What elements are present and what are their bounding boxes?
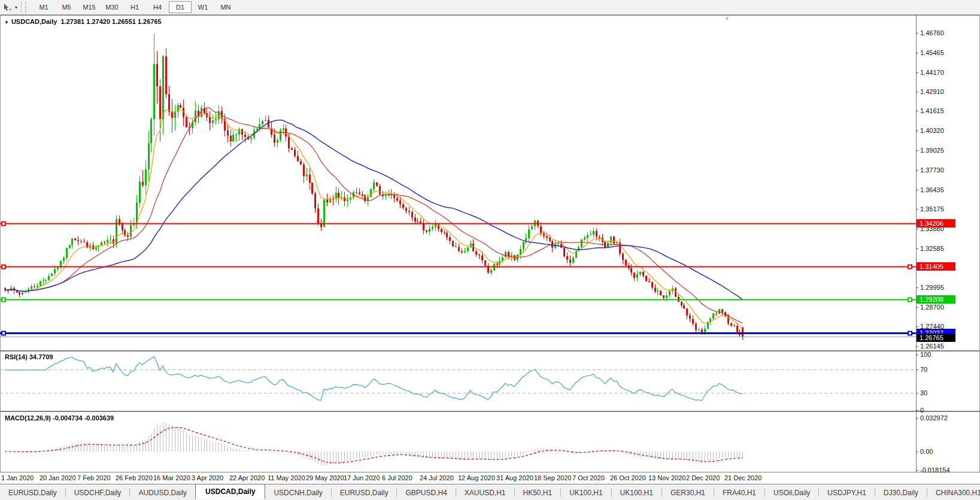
price-axis-label: 1.35175 — [920, 205, 977, 213]
date-axis-label: 18 Sep 2020 — [534, 474, 571, 481]
rsi-axis-label: 0 — [920, 407, 977, 414]
date-axis-label: 26 Feb 2020 — [116, 474, 153, 481]
rsi-axis-label: 70 — [920, 366, 977, 373]
price-axis-label: 1.41615 — [920, 107, 977, 114]
macd-axis-tick — [916, 418, 918, 419]
price-axis-tick — [916, 92, 918, 92]
price-axis-label: 1.42910 — [920, 88, 977, 95]
date-axis-label: 17 Jun 2020 — [344, 474, 380, 481]
timeframe-toolbar: ▾ M1M5M15M30H1H4D1W1MN — [0, 0, 980, 15]
price-axis-label: 1.39025 — [920, 147, 977, 154]
chart-tab-dj30-daily[interactable]: DJ30,Daily — [875, 486, 927, 499]
price-axis-tick — [916, 229, 918, 229]
rsi-axis-label: 100 — [920, 351, 977, 358]
price-axis-label: 1.37730 — [920, 166, 977, 174]
rsi-axis-tick — [916, 354, 918, 355]
rsi-indicator-canvas[interactable] — [0, 351, 916, 411]
price-axis-label: 1.29995 — [920, 284, 977, 291]
hline-price-badge: 1.31405 — [917, 262, 955, 271]
panel-splitter-macd[interactable] — [0, 411, 980, 412]
chart-tab-audusd-daily[interactable]: AUDUSD,Daily — [130, 486, 195, 499]
price-axis-label: 1.32585 — [920, 245, 977, 252]
price-axis-tick — [916, 53, 918, 53]
chart-tab-fra40-h1[interactable]: FRA40,H1 — [714, 486, 764, 499]
hline-price-badge: 1.34206 — [917, 219, 955, 228]
price-axis-tick — [916, 150, 918, 151]
date-axis-label: 7 Feb 2020 — [77, 474, 111, 481]
price-axis-tick — [916, 170, 918, 171]
date-axis-label: 11 May 2020 — [268, 474, 305, 481]
date-axis-label: 31 Aug 2020 — [496, 474, 533, 481]
chart-tab-xauusd-h1[interactable]: XAUUSD,H1 — [456, 486, 514, 499]
timeframe-button-h1[interactable]: H1 — [123, 1, 146, 13]
chart-tab-eurusd-daily[interactable]: EURUSD,Daily — [0, 486, 65, 499]
date-axis-label: 1 Jan 2020 — [1, 474, 34, 481]
price-axis-label: 1.36435 — [920, 186, 977, 193]
price-axis-tick — [916, 33, 918, 34]
price-axis-tick — [916, 209, 918, 210]
macd-axis-label: 0.032972 — [920, 414, 977, 422]
price-axis-border — [916, 15, 917, 472]
ohlc-close: 1.26765 — [138, 18, 162, 25]
rsi-axis-tick — [916, 393, 918, 393]
crosshair-cursor-icon — [2, 2, 13, 12]
rsi-axis-tick — [916, 369, 918, 370]
cursor-tool-button[interactable]: ▾ — [0, 0, 20, 14]
chart-tab-uk100-h1[interactable]: UK100,H1 — [561, 486, 611, 499]
timeframe-button-m1[interactable]: M1 — [32, 1, 55, 13]
price-axis-tick — [916, 190, 918, 190]
chart-tab-hk50-h1[interactable]: HK50,H1 — [515, 486, 561, 499]
timeframe-button-m30[interactable]: M30 — [101, 1, 123, 13]
chart-tab-uk100-h1[interactable]: UK100,H1 — [612, 486, 662, 499]
chart-tab-usdcad-daily[interactable]: USDCAD,Daily — [195, 484, 265, 499]
ohlc-high: 1.27420 — [86, 18, 110, 25]
price-axis-tick — [916, 346, 918, 347]
date-axis-label: 29 May 2020 — [306, 474, 344, 481]
toolbar-separator — [21, 1, 22, 13]
price-axis-tick — [916, 326, 918, 327]
chart-tab-gbpusd-h4[interactable]: GBPUSD,H4 — [397, 486, 455, 499]
chart-title-arrow-icon: ▼ — [4, 20, 9, 25]
date-axis-label: 12 Aug 2020 — [458, 474, 495, 481]
date-axis-label: 24 Jul 2020 — [420, 474, 454, 481]
chart-tab-usdchf-daily[interactable]: USDCHF,Daily — [66, 486, 130, 499]
price-axis-tick — [916, 307, 918, 308]
macd-axis-tick — [916, 470, 918, 471]
rsi-axis-tick — [916, 410, 918, 411]
price-axis-label: 1.45465 — [920, 49, 977, 56]
date-axis-label: 20 Jan 2020 — [40, 474, 76, 481]
macd-indicator-canvas[interactable] — [0, 412, 916, 472]
timeframe-button-h4[interactable]: H4 — [146, 1, 169, 13]
timeframe-button-d1[interactable]: D1 — [169, 1, 192, 13]
date-axis-label: 6 Jul 2020 — [382, 474, 412, 481]
price-axis-label: 1.46760 — [920, 29, 977, 37]
chart-title: ▼USDCAD,Daily 1.27381 1.27420 1.26551 1.… — [4, 18, 162, 25]
chart-tab-usdjpy-h1[interactable]: USDJPY,H1 — [819, 486, 874, 499]
price-axis-tick — [916, 72, 918, 73]
hline-price-badge: 1.29208 — [917, 295, 955, 304]
chart-tab-ger30-h1[interactable]: GER30,H1 — [662, 486, 714, 499]
price-axis-tick — [916, 111, 918, 111]
timeframe-button-m15[interactable]: M15 — [78, 1, 101, 13]
price-axis-label: 1.40320 — [920, 127, 977, 134]
macd-axis-tick — [916, 451, 918, 452]
chart-tab-bar: EURUSD,DailyUSDCHF,DailyAUDUSD,DailyUSDC… — [0, 484, 980, 500]
timeframe-button-w1[interactable]: W1 — [192, 1, 214, 13]
chart-tab-usoil-daily[interactable]: USOil,Daily — [765, 486, 818, 499]
trading-terminal: ▾ M1M5M15M30H1H4D1W1MN ▼ ▼USDCAD,Daily 1… — [0, 0, 980, 500]
price-chart-canvas[interactable] — [0, 15, 916, 350]
date-axis[interactable]: 1 Jan 202020 Jan 20207 Feb 202026 Feb 20… — [0, 472, 980, 483]
macd-axis-label: 0.00 — [920, 448, 977, 455]
rsi-panel-label: RSI(14) 34.7709 — [5, 353, 53, 360]
panel-splitter-rsi[interactable] — [0, 350, 980, 351]
price-axis-tick — [916, 131, 918, 131]
chart-tab-china300-h1[interactable]: CHINA300,H1 — [927, 486, 980, 499]
chart-tab-usdcnh-daily[interactable]: USDCNH,Daily — [265, 486, 330, 499]
macd-panel-label: MACD(12,26,9) -0.004734 -0.003639 — [5, 414, 114, 422]
toolbar-grip[interactable] — [25, 2, 29, 13]
chart-tab-eurusd-daily[interactable]: EURUSD,Daily — [332, 486, 397, 499]
timeframe-button-mn[interactable]: MN — [214, 1, 237, 13]
timeframe-button-m5[interactable]: M5 — [55, 1, 78, 13]
price-axis-label: 1.28700 — [920, 304, 977, 311]
date-axis-label: 26 Oct 2020 — [610, 474, 646, 481]
